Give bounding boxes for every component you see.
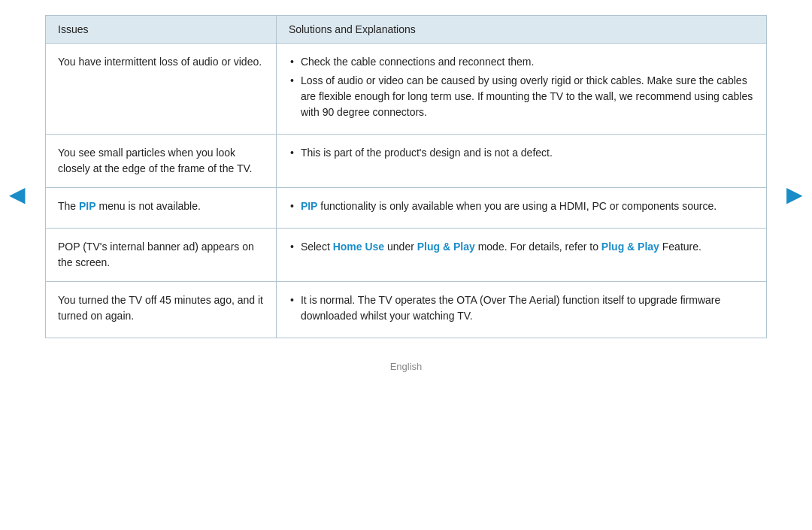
footer: English <box>45 361 767 372</box>
troubleshoot-table: Issues Solutions and Explanations You ha… <box>45 15 767 338</box>
nav-arrow-right[interactable]: ▶ <box>786 181 803 206</box>
list-item: Loss of audio or video can be caused by … <box>289 73 754 120</box>
footer-language: English <box>390 361 423 372</box>
list-item: Select Home Use under Plug & Play mode. … <box>289 239 754 255</box>
solution-list: PIP functionality is only available when… <box>289 198 754 214</box>
issue-text: You see small particles when you look cl… <box>58 147 252 174</box>
issue-text: You have intermittent loss of audio or v… <box>58 56 262 68</box>
issue-cell: You have intermittent loss of audio or v… <box>46 44 277 135</box>
table-row: You turned the TV off 45 minutes ago, an… <box>46 282 767 338</box>
pip-link: PIP <box>301 200 318 212</box>
table-row: You see small particles when you look cl… <box>46 135 767 188</box>
issue-text: The PIP menu is not available. <box>58 200 201 212</box>
col-header-issues: Issues <box>46 16 277 44</box>
solution-list: It is normal. The TV operates the OTA (O… <box>289 292 754 324</box>
solution-cell: PIP functionality is only available when… <box>276 188 766 229</box>
solution-cell: Select Home Use under Plug & Play mode. … <box>276 229 766 282</box>
list-item: PIP functionality is only available when… <box>289 198 754 214</box>
list-item: Check the cable connections and reconnec… <box>289 54 754 70</box>
solution-list: Select Home Use under Plug & Play mode. … <box>289 239 754 255</box>
table-header-row: Issues Solutions and Explanations <box>46 16 767 44</box>
issue-cell: You see small particles when you look cl… <box>46 135 277 188</box>
page-wrapper: ◀ ▶ Issues Solutions and Explanations Yo… <box>0 0 812 387</box>
col-header-solutions: Solutions and Explanations <box>276 16 766 44</box>
pip-link: PIP <box>79 200 96 212</box>
issue-text: POP (TV's internal banner ad) appears on… <box>58 241 254 268</box>
solution-list: Check the cable connections and reconnec… <box>289 54 754 120</box>
solution-list: This is part of the product's design and… <box>289 145 754 161</box>
issue-cell: POP (TV's internal banner ad) appears on… <box>46 229 277 282</box>
list-item: It is normal. The TV operates the OTA (O… <box>289 292 754 324</box>
issue-cell: The PIP menu is not available. <box>46 188 277 229</box>
solution-cell: This is part of the product's design and… <box>276 135 766 188</box>
plug-play-link2: Plug & Play <box>601 241 659 253</box>
table-row: POP (TV's internal banner ad) appears on… <box>46 229 767 282</box>
nav-arrow-left[interactable]: ◀ <box>9 181 26 206</box>
table-row: You have intermittent loss of audio or v… <box>46 44 767 135</box>
list-item: This is part of the product's design and… <box>289 145 754 161</box>
issue-text: You turned the TV off 45 minutes ago, an… <box>58 294 263 322</box>
solution-cell: Check the cable connections and reconnec… <box>276 44 766 135</box>
issue-cell: You turned the TV off 45 minutes ago, an… <box>46 282 277 338</box>
table-row: The PIP menu is not available. PIP funct… <box>46 188 767 229</box>
home-use-link: Home Use <box>333 241 384 253</box>
solution-cell: It is normal. The TV operates the OTA (O… <box>276 282 766 338</box>
plug-play-link: Plug & Play <box>417 241 475 253</box>
